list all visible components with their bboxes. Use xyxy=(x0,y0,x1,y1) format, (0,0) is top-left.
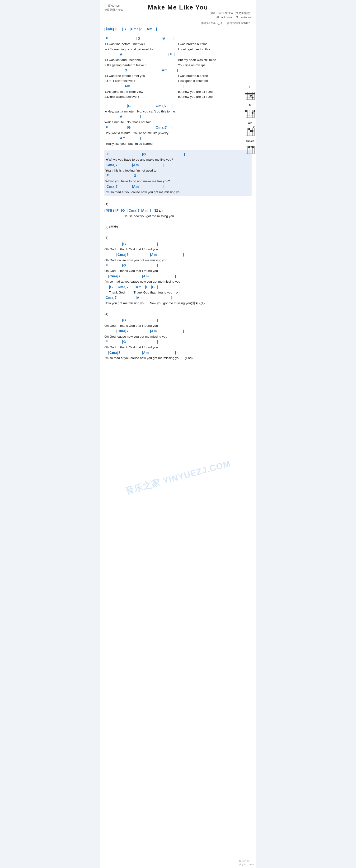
verse-line-4a: 1.All alone in the clear view 2.Didn't w… xyxy=(105,89,178,99)
verse-lines-2: 1.I was lost and uncertain 2.It's gettin… xyxy=(105,57,251,68)
verse-line-3a: 1.I was free before I met you 2.Oh, I ca… xyxy=(105,73,178,84)
verse-line-1b: I was broken but fine I could get used t… xyxy=(178,41,251,52)
s3-chords-2: |Cmaj7 |Am | xyxy=(105,252,251,258)
s3-chords-5: |F |G |Cmaj7 |Am |F |G | xyxy=(105,284,251,290)
verse-line-4b: but now you are all I see but now you ar… xyxy=(178,89,251,99)
prechorus-chords-4: |Am | xyxy=(105,135,251,141)
prechorus-chords-2: |Am | xyxy=(105,114,251,120)
header: 原KEY:Eb 建议男调:A 女:D Make Me Like You 演唱：G… xyxy=(105,4,251,19)
svg-point-57 xyxy=(251,146,254,148)
prechorus-line-4: I really like you but I'm so scared xyxy=(105,141,251,146)
s3-line-1: Oh God, thank God that I found you xyxy=(105,247,251,252)
performer: Gwen Stefani（关史蒂芬妮） xyxy=(218,12,251,14)
s4-chords-4: |Cmaj7 |Am | xyxy=(105,350,251,356)
s3-chords-6: |Cmaj7 |Am | xyxy=(105,295,251,301)
svg-point-41 xyxy=(248,128,250,130)
section-1-label: (1) xyxy=(105,202,251,207)
verse-section: |F |G |Am | 1.I was fine before I met yo… xyxy=(105,36,251,99)
s3-line-2: Oh God, cause now you got me missing you xyxy=(105,258,251,263)
s3-line-4: I'm so mad at you cause now you got me m… xyxy=(105,279,251,284)
chorus-line-1: ★Why'd you have to go and make me like y… xyxy=(106,157,250,162)
s3-line-5: Thank God Thank God that I found you oh xyxy=(105,290,251,295)
chorus-chords-4: |Cmaj7 |Am | xyxy=(106,184,250,190)
chorus-section: |F |G | ★Why'd you have to go and make m… xyxy=(105,150,251,196)
s4-chords-3: |F |G | xyxy=(105,339,251,345)
lyric-author: unknown xyxy=(221,16,232,19)
prelude-chords: [前奏] |F |G |Cmaj7 |Am | xyxy=(105,26,251,32)
svg-point-43 xyxy=(251,130,254,132)
chord-g: G xyxy=(245,103,256,119)
section-4: |F |G | Oh God, thank God that I found y… xyxy=(105,317,251,361)
s3-chords-3: |F |G | xyxy=(105,263,251,268)
chorus-line-2: Yeah this is a feeling I'm not used to xyxy=(106,168,250,173)
section-3: |F |G | Oh God, thank God that I found y… xyxy=(105,241,251,306)
logo: 音乐之家 yinyuezj.com xyxy=(239,859,254,866)
chorus-line-3: Why'd you have to go and make me like yo… xyxy=(106,179,250,184)
svg-point-14 xyxy=(251,97,254,98)
song-title: Make Me Like You xyxy=(105,4,251,11)
verse-chords-2: |Am |F | xyxy=(105,52,251,57)
svg-rect-12 xyxy=(245,93,255,94)
s3-chords-4: |Cmaj7 |Am | xyxy=(105,274,251,279)
verse-line-2b: But my heart was still mine Your lips on… xyxy=(178,57,251,68)
prechorus-chords-1: |F |G |Cmaj7 | xyxy=(105,103,251,109)
s4-line-1: Oh God, thank God that I found you xyxy=(105,323,251,329)
verse-lines-3: 1.I was free before I met you 2.Oh, I ca… xyxy=(105,73,251,84)
svg-point-29 xyxy=(254,126,256,128)
interlude-section: [间奏] |F |G |Cmaj7 |Am | (回▲) Cause now y… xyxy=(105,208,251,219)
svg-point-42 xyxy=(250,130,252,132)
chorus-line-4: I'm so mad at you cause now you got me m… xyxy=(106,190,250,195)
chorus-chords-1: |F |G | xyxy=(106,152,250,157)
interlude-chords: [间奏] |F |G |Cmaj7 |Am | (回▲) xyxy=(105,208,251,214)
key-original: 原KEY:Eb xyxy=(105,4,123,8)
s3-line-6: Now you got me missing you Now you got m… xyxy=(105,301,251,306)
s4-line-3: Oh God, thank God that I found you xyxy=(105,345,251,350)
ref-finger: 参考指法:T1213121 xyxy=(227,21,251,25)
prelude-label: [前奏] xyxy=(105,27,114,32)
verse-line-2a: 1.I was lost and uncertain 2.It's gettin… xyxy=(105,57,178,68)
chord-am: Am xyxy=(245,122,256,137)
verse-line-1a: 1.I was fine before I met you ▲2.Somethi… xyxy=(105,41,178,52)
section-4-label: (4) xyxy=(105,312,251,317)
svg-point-28 xyxy=(251,112,254,114)
ref-strum: 参考刷法:X↓↓_↓↑↓ xyxy=(201,21,224,25)
chord-diagrams: F ... xyxy=(245,86,256,155)
chorus-chords-3: |F |G | xyxy=(106,173,250,179)
s4-chords-1: |F |G | xyxy=(105,317,251,323)
chord-cmaj7: Cmaj7 xyxy=(245,140,256,155)
section-3-label: (3) xyxy=(105,235,251,240)
interlude-line: Cause now you got me missing you xyxy=(105,214,251,219)
s3-chords-1: |F |G | xyxy=(105,241,251,247)
s4-chords-2: |Cmaj7 |Am | xyxy=(105,329,251,334)
verse-line-3b: I was broken but free How good it could … xyxy=(178,73,251,84)
performer-info: 演唱：Gwen Stefani（关史蒂芬妮） xyxy=(105,11,251,15)
verse-chords-4: |Am | xyxy=(105,84,251,89)
music-author: unknown xyxy=(241,16,251,19)
section-2-label: (2) (回★) xyxy=(105,224,251,229)
prechorus-line-2: Wait a minute No, that's not fair xyxy=(105,120,251,125)
lyric-info: 词：unknown 曲：unknown xyxy=(105,15,251,19)
lyric-label: 词： xyxy=(216,16,221,19)
prelude-section: [前奏] |F |G |Cmaj7 |Am | xyxy=(105,26,251,32)
music-label: 曲： xyxy=(236,16,241,19)
s3-line-3: Oh God, thank God that I found you xyxy=(105,268,251,274)
meta-right: 演唱：Gwen Stefani（关史蒂芬妮） 词：unknown 曲：unkno… xyxy=(105,11,251,19)
svg-point-27 xyxy=(254,110,256,112)
performer-label: 演唱： xyxy=(210,12,218,14)
svg-point-26 xyxy=(245,110,247,112)
prechorus-line-1: ★Hey, wait a minute No, you can't do thi… xyxy=(105,109,251,114)
verse-chords-1: |F |G |Am | xyxy=(105,36,251,41)
chord-f: F ... xyxy=(245,86,256,101)
verse-lines-1: 1.I was fine before I met you ▲2.Somethi… xyxy=(105,41,251,52)
prechorus-section: |F |G |Cmaj7 | ★Hey, wait a minute No, y… xyxy=(105,103,251,146)
svg-point-13 xyxy=(250,95,252,97)
svg-text:...: ... xyxy=(245,89,247,92)
watermark: 音乐之家 YINYUEZJ.COM xyxy=(124,458,232,497)
s4-line-2: Oh God, cause now you got me missing you xyxy=(105,334,251,339)
meta-left: 原KEY:Eb 建议男调:A 女:D xyxy=(105,4,123,12)
verse-lines-4: 1.All alone in the clear view 2.Didn't w… xyxy=(105,89,251,99)
verse-chords-3: |G |Am | xyxy=(105,68,251,73)
key-suggest: 建议男调:A 女:D xyxy=(105,8,123,12)
prechorus-chords-3: |F |G |Cmaj7 | xyxy=(105,125,251,130)
s4-line-4: I'm so mad at you cause now you got me m… xyxy=(105,355,251,361)
